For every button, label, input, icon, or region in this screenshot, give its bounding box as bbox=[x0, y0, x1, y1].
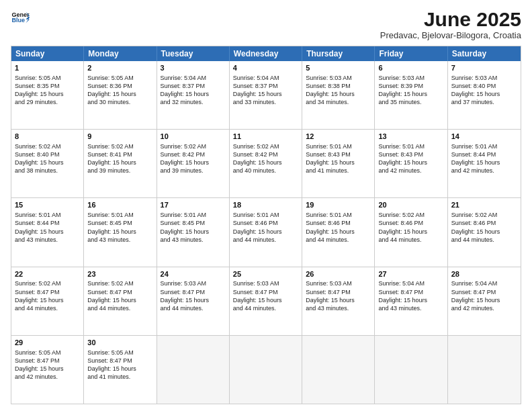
cal-cell-26: 26Sunrise: 5:03 AMSunset: 8:47 PMDayligh… bbox=[302, 267, 375, 335]
cal-cell-22: 22Sunrise: 5:02 AMSunset: 8:47 PMDayligh… bbox=[11, 267, 84, 335]
cal-cell-6: 6Sunrise: 5:03 AMSunset: 8:39 PMDaylight… bbox=[375, 61, 447, 129]
page: General Blue June 2025 Predavac, Bjelova… bbox=[0, 0, 532, 411]
cal-cell-13: 13Sunrise: 5:01 AMSunset: 8:43 PMDayligh… bbox=[375, 130, 447, 197]
cal-cell-18: 18Sunrise: 5:01 AMSunset: 8:46 PMDayligh… bbox=[230, 198, 302, 266]
cal-cell-3: 3Sunrise: 5:04 AMSunset: 8:37 PMDaylight… bbox=[157, 61, 230, 129]
cal-cell-11: 11Sunrise: 5:02 AMSunset: 8:42 PMDayligh… bbox=[230, 130, 302, 197]
header-wednesday: Wednesday bbox=[230, 46, 302, 61]
month-title: June 2025 bbox=[380, 8, 521, 30]
cal-week-5: 29Sunrise: 5:05 AMSunset: 8:47 PMDayligh… bbox=[11, 336, 521, 404]
header-monday: Monday bbox=[84, 46, 157, 61]
cal-cell-12: 12Sunrise: 5:01 AMSunset: 8:43 PMDayligh… bbox=[302, 130, 375, 197]
cal-cell-30: 30Sunrise: 5:05 AMSunset: 8:47 PMDayligh… bbox=[84, 336, 157, 404]
header-saturday: Saturday bbox=[448, 46, 521, 61]
location: Predavac, Bjelovar-Bilogora, Croatia bbox=[380, 30, 521, 40]
cal-cell-28: 28Sunrise: 5:04 AMSunset: 8:47 PMDayligh… bbox=[448, 267, 521, 335]
cal-cell-10: 10Sunrise: 5:02 AMSunset: 8:42 PMDayligh… bbox=[157, 130, 230, 197]
cal-week-4: 22Sunrise: 5:02 AMSunset: 8:47 PMDayligh… bbox=[11, 267, 521, 336]
cal-week-1: 1Sunrise: 5:05 AMSunset: 8:35 PMDaylight… bbox=[11, 61, 521, 130]
header-thursday: Thursday bbox=[302, 46, 375, 61]
cal-cell-23: 23Sunrise: 5:02 AMSunset: 8:47 PMDayligh… bbox=[84, 267, 157, 335]
cal-cell-2: 2Sunrise: 5:05 AMSunset: 8:36 PMDaylight… bbox=[84, 61, 157, 129]
cal-cell-25: 25Sunrise: 5:03 AMSunset: 8:47 PMDayligh… bbox=[230, 267, 302, 335]
cal-cell-empty bbox=[448, 336, 521, 404]
header: General Blue June 2025 Predavac, Bjelova… bbox=[11, 8, 521, 40]
cal-cell-29: 29Sunrise: 5:05 AMSunset: 8:47 PMDayligh… bbox=[11, 336, 84, 404]
cal-cell-9: 9Sunrise: 5:02 AMSunset: 8:41 PMDaylight… bbox=[84, 130, 157, 197]
cal-cell-empty bbox=[157, 336, 230, 404]
cal-cell-15: 15Sunrise: 5:01 AMSunset: 8:44 PMDayligh… bbox=[11, 198, 84, 266]
cal-cell-14: 14Sunrise: 5:01 AMSunset: 8:44 PMDayligh… bbox=[448, 130, 521, 197]
cal-cell-empty bbox=[375, 336, 447, 404]
cal-cell-27: 27Sunrise: 5:04 AMSunset: 8:47 PMDayligh… bbox=[375, 267, 447, 335]
cal-week-2: 8Sunrise: 5:02 AMSunset: 8:40 PMDaylight… bbox=[11, 130, 521, 198]
header-sunday: Sunday bbox=[11, 46, 84, 61]
cal-cell-24: 24Sunrise: 5:03 AMSunset: 8:47 PMDayligh… bbox=[157, 267, 230, 335]
cal-cell-empty bbox=[230, 336, 302, 404]
cal-cell-16: 16Sunrise: 5:01 AMSunset: 8:45 PMDayligh… bbox=[84, 198, 157, 266]
cal-cell-20: 20Sunrise: 5:02 AMSunset: 8:46 PMDayligh… bbox=[375, 198, 447, 266]
cal-cell-4: 4Sunrise: 5:04 AMSunset: 8:37 PMDaylight… bbox=[230, 61, 302, 129]
svg-text:Blue: Blue bbox=[11, 17, 25, 24]
calendar-header: Sunday Monday Tuesday Wednesday Thursday… bbox=[11, 46, 521, 61]
header-friday: Friday bbox=[375, 46, 447, 61]
cal-cell-7: 7Sunrise: 5:03 AMSunset: 8:40 PMDaylight… bbox=[448, 61, 521, 129]
cal-week-3: 15Sunrise: 5:01 AMSunset: 8:44 PMDayligh… bbox=[11, 198, 521, 267]
cal-cell-empty bbox=[302, 336, 375, 404]
cal-cell-17: 17Sunrise: 5:01 AMSunset: 8:45 PMDayligh… bbox=[157, 198, 230, 266]
cal-cell-19: 19Sunrise: 5:01 AMSunset: 8:46 PMDayligh… bbox=[302, 198, 375, 266]
title-block: June 2025 Predavac, Bjelovar-Bilogora, C… bbox=[380, 8, 521, 40]
cal-cell-8: 8Sunrise: 5:02 AMSunset: 8:40 PMDaylight… bbox=[11, 130, 84, 197]
logo-icon: General Blue bbox=[11, 8, 30, 27]
calendar-body: 1Sunrise: 5:05 AMSunset: 8:35 PMDaylight… bbox=[11, 61, 521, 404]
cal-cell-21: 21Sunrise: 5:02 AMSunset: 8:46 PMDayligh… bbox=[448, 198, 521, 266]
cal-cell-1: 1Sunrise: 5:05 AMSunset: 8:35 PMDaylight… bbox=[11, 61, 84, 129]
header-tuesday: Tuesday bbox=[157, 46, 230, 61]
calendar: Sunday Monday Tuesday Wednesday Thursday… bbox=[11, 46, 521, 404]
cal-cell-5: 5Sunrise: 5:03 AMSunset: 8:38 PMDaylight… bbox=[302, 61, 375, 129]
logo: General Blue bbox=[11, 8, 30, 27]
